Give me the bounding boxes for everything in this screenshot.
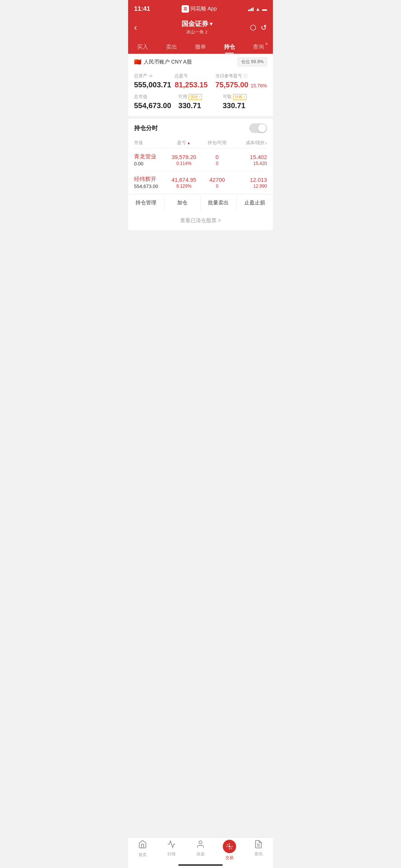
stock-1-name: 青龙管业 xyxy=(134,153,167,160)
available-label: 可用 国债 › xyxy=(178,94,222,100)
today-pnl-value: 75,575.00 xyxy=(215,81,248,89)
col-pnl: 盈亏 ▲ xyxy=(167,140,201,146)
status-icons: ▲ ▬ xyxy=(248,6,267,12)
bond-tag[interactable]: 国债 › xyxy=(189,94,202,100)
stock-row-2[interactable]: 经纬辉开 554,673.00 41,674.95 8.129% 42700 0… xyxy=(134,171,267,194)
stock-2-cost: 12.013 12.990 xyxy=(234,176,267,189)
info-icon[interactable]: ⓘ xyxy=(244,73,248,79)
col-market-value: 市值 xyxy=(134,140,167,146)
stock-1-info: 青龙管业 0.00 xyxy=(134,153,167,166)
stock-2-cost-value: 12.013 xyxy=(234,176,267,183)
stock-row-1[interactable]: 青龙管业 0.00 39,578.20 0.114% 0 0 15.402 15… xyxy=(134,149,267,171)
refresh-icon[interactable]: ↺ xyxy=(261,23,267,32)
broker-name: 国金证券 ▾ xyxy=(149,19,245,28)
col-holding: 持仓/可用 xyxy=(200,140,234,146)
total-market-value: 总市值 554,673.00 xyxy=(134,91,178,112)
available: 可用 国债 › 330.71 xyxy=(178,91,222,112)
header-title: 国金证券 ▾ 冰山一角 z xyxy=(149,19,245,35)
position-badge: 仓位 99.9% xyxy=(238,58,267,66)
eye-icon[interactable]: 👁 xyxy=(149,74,153,78)
account-header: 🇨🇳 人民币账户 CNY A股 仓位 99.9% xyxy=(134,58,267,66)
withdrawable-label: 可取 转账 › xyxy=(223,94,267,100)
bottom-padding xyxy=(128,230,273,260)
stock-2-info: 经纬辉开 554,673.00 xyxy=(134,176,167,189)
chevron-right-icon: › xyxy=(265,140,267,146)
total-pnl-value: 81,253.15 xyxy=(175,81,215,89)
account-subtitle: 冰山一角 z xyxy=(149,29,245,35)
add-position-button[interactable]: 加仓 xyxy=(164,194,201,211)
stock-1-holding: 0 0 xyxy=(200,154,234,166)
stock-1-market-value: 0.00 xyxy=(134,161,167,166)
total-assets-value: 555,003.71 xyxy=(134,81,175,89)
status-app-name: 花 同花顺 App xyxy=(182,5,217,13)
signal-icon xyxy=(248,7,254,11)
stock-2-pnl-pct: 8.129% xyxy=(167,184,201,189)
stock-2-available: 0 xyxy=(200,184,234,189)
stock-2-pnl: 41,674.95 8.129% xyxy=(167,176,201,189)
stats-grid-bottom: 总市值 554,673.00 可用 国债 › 330.71 可取 转账 › 33… xyxy=(134,91,267,112)
dropdown-arrow-icon[interactable]: ▾ xyxy=(210,21,212,27)
stock-1-cost: 15.402 15.420 xyxy=(234,154,267,166)
sort-arrow-icon[interactable]: ▲ xyxy=(187,141,190,145)
tab-bar: 买入 卖出 撤单 持仓 查询 xyxy=(128,40,273,54)
header-actions: ⬡ ↺ xyxy=(245,23,267,32)
see-cleared-link[interactable]: 查看已清仓股票 > xyxy=(128,211,273,230)
market-value-value: 554,673.00 xyxy=(134,101,178,110)
flag-icon: 🇨🇳 xyxy=(134,58,141,65)
stock-1-pnl: 39,578.20 0.114% xyxy=(167,154,201,166)
wifi-icon: ▲ xyxy=(255,6,260,12)
account-label: 🇨🇳 人民币账户 CNY A股 xyxy=(134,58,192,65)
transfer-tag[interactable]: 转账 › xyxy=(233,94,247,100)
stock-2-name: 经纬辉开 xyxy=(134,176,167,183)
holdings-header: 持仓分时 xyxy=(134,123,267,133)
col-cost: 成本/现价 › xyxy=(234,140,267,146)
withdrawable-value: 330.71 xyxy=(223,101,267,110)
withdrawable: 可取 转账 › 330.71 xyxy=(223,91,267,112)
stock-1-pnl-value: 39,578.20 xyxy=(167,154,201,160)
stock-1-pnl-pct: 0.114% xyxy=(167,161,201,166)
holdings-toggle[interactable] xyxy=(249,123,267,133)
holdings-section: 持仓分时 市值 盈亏 ▲ 持仓/可用 成本/现价 › 青龙管业 0.00 39,… xyxy=(128,119,273,194)
stock-2-pnl-value: 41,674.95 xyxy=(167,176,201,183)
stock-2-holding-value: 42700 xyxy=(200,176,234,183)
export-icon[interactable]: ⬡ xyxy=(250,23,256,32)
holdings-title: 持仓分时 xyxy=(134,124,158,132)
total-assets: 总资产 👁 555,003.71 xyxy=(134,71,175,91)
action-buttons: 持仓管理 加仓 批量卖出 止盈止损 xyxy=(128,194,273,211)
battery-icon: ▬ xyxy=(262,6,267,12)
tab-query[interactable]: 查询 xyxy=(244,40,273,54)
market-value-label: 总市值 xyxy=(134,94,178,100)
stock-2-current: 12.990 xyxy=(234,184,267,189)
tab-holdings[interactable]: 持仓 xyxy=(215,40,244,54)
back-button[interactable]: ‹ xyxy=(134,22,149,33)
stock-2-market-value: 554,673.00 xyxy=(134,184,167,189)
stats-grid-top: 总资产 👁 555,003.71 总盈亏 81,253.15 当日参考盈亏 ⓘ … xyxy=(134,71,267,91)
today-pnl-label: 当日参考盈亏 ⓘ xyxy=(215,73,267,79)
tab-cancel[interactable]: 撤单 xyxy=(186,40,215,54)
total-pnl-label: 总盈亏 xyxy=(175,73,215,79)
stock-1-available: 0 xyxy=(200,161,234,166)
total-assets-label: 总资产 👁 xyxy=(134,73,175,79)
header: ‹ 国金证券 ▾ 冰山一角 z ⬡ ↺ xyxy=(128,16,273,40)
status-bar: 11:41 花 同花顺 App ▲ ▬ xyxy=(128,0,273,16)
total-pnl: 总盈亏 81,253.15 xyxy=(175,71,215,91)
section-divider xyxy=(128,116,273,119)
stop-loss-button[interactable]: 止盈止损 xyxy=(237,194,273,211)
stock-1-current: 15.420 xyxy=(234,161,267,166)
manage-holdings-button[interactable]: 持仓管理 xyxy=(128,194,164,211)
stock-1-holding-value: 0 xyxy=(200,154,234,160)
stock-2-holding: 42700 0 xyxy=(200,176,234,189)
stock-1-cost-value: 15.402 xyxy=(234,154,267,160)
today-pnl: 当日参考盈亏 ⓘ 75,575.00 15.76% xyxy=(215,71,267,91)
app-icon: 花 xyxy=(182,5,189,13)
today-pnl-percent: 15.76% xyxy=(251,83,267,88)
col-headers: 市值 盈亏 ▲ 持仓/可用 成本/现价 › xyxy=(134,137,267,149)
tab-buy[interactable]: 买入 xyxy=(128,40,157,54)
status-time: 11:41 xyxy=(134,5,150,13)
today-pnl-row: 75,575.00 15.76% xyxy=(215,81,267,89)
tab-sell[interactable]: 卖出 xyxy=(157,40,186,54)
account-section: 🇨🇳 人民币账户 CNY A股 仓位 99.9% 总资产 👁 555,003.7… xyxy=(128,54,273,116)
available-value: 330.71 xyxy=(178,101,222,110)
batch-sell-button[interactable]: 批量卖出 xyxy=(200,194,237,211)
